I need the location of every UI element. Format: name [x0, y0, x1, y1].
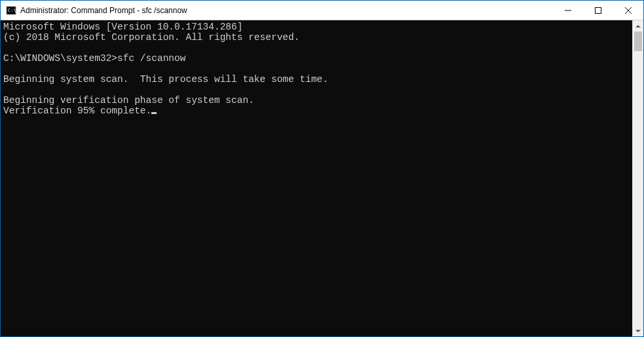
svg-marker-7: [635, 330, 641, 332]
command-prompt-window: C:\ Administrator: Command Prompt - sfc …: [0, 0, 644, 337]
console-line: Beginning system scan. This process will…: [3, 74, 328, 85]
scroll-up-arrow-icon[interactable]: [633, 20, 643, 31]
scroll-down-arrow-icon[interactable]: [633, 325, 643, 336]
client-area: Microsoft Windows [Version 10.0.17134.28…: [1, 20, 643, 336]
close-button[interactable]: [613, 1, 643, 20]
console-line: Beginning verification phase of system s…: [3, 95, 254, 106]
console-prompt: C:\WINDOWS\system32>: [3, 53, 117, 64]
command-prompt-icon: C:\: [6, 5, 16, 16]
svg-text:C:\: C:\: [8, 8, 16, 13]
minimize-button[interactable]: [553, 1, 583, 20]
console-line: Verification 95% complete.: [3, 106, 151, 116]
svg-marker-6: [635, 25, 641, 28]
window-controls: [553, 1, 643, 20]
console-output[interactable]: Microsoft Windows [Version 10.0.17134.28…: [1, 20, 632, 336]
vertical-scrollbar[interactable]: [632, 20, 643, 336]
window-title: Administrator: Command Prompt - sfc /sca…: [20, 6, 553, 15]
svg-rect-3: [596, 7, 601, 13]
text-cursor: [151, 112, 157, 114]
scroll-thumb[interactable]: [634, 31, 642, 51]
console-line: (c) 2018 Microsoft Corporation. All righ…: [3, 32, 299, 43]
console-line: Microsoft Windows [Version 10.0.17134.28…: [3, 22, 242, 32]
titlebar[interactable]: C:\ Administrator: Command Prompt - sfc …: [1, 1, 643, 20]
console-command: sfc /scannow: [117, 53, 185, 64]
maximize-button[interactable]: [583, 1, 613, 20]
